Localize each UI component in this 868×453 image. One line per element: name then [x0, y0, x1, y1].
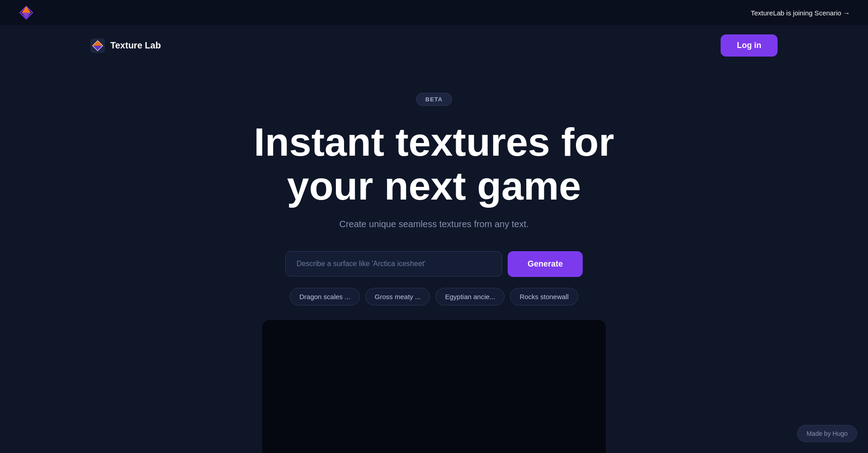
top-bar: TextureLab is joining Scenario →: [0, 0, 868, 25]
chips-container: Dragon scales ... Gross meaty ... Egypti…: [290, 288, 578, 305]
announcement-link[interactable]: TextureLab is joining Scenario →: [751, 9, 850, 17]
chip-rocks-stonewall[interactable]: Rocks stonewall: [510, 288, 578, 305]
top-bar-logo: [18, 5, 34, 21]
nav-brand: Texture Lab: [90, 38, 161, 53]
announcement-text: TextureLab is joining Scenario →: [751, 9, 850, 17]
beta-badge: BETA: [416, 93, 452, 106]
hero-title-line2: your next game: [287, 163, 581, 208]
chip-gross-meaty[interactable]: Gross meaty ...: [365, 288, 430, 305]
chip-egyptian[interactable]: Egyptian ancie...: [435, 288, 505, 305]
logo-icon: [18, 5, 34, 21]
hero-subtitle: Create unique seamless textures from any…: [339, 219, 528, 229]
generate-button[interactable]: Generate: [508, 251, 583, 277]
brand-icon: [90, 38, 105, 53]
chip-dragon-scales[interactable]: Dragon scales ...: [290, 288, 360, 305]
brand-name: Texture Lab: [110, 40, 161, 51]
texture-preview: [262, 320, 606, 453]
texture-input[interactable]: [285, 251, 502, 277]
input-area: Generate: [285, 251, 583, 277]
made-by-badge[interactable]: Made by Hugo: [797, 425, 857, 442]
hero-section: BETA Instant textures for your next game…: [0, 66, 868, 453]
hero-title: Instant textures for your next game: [254, 120, 614, 208]
hero-title-line1: Instant textures for: [254, 119, 614, 164]
navbar: Texture Lab Log in: [0, 25, 868, 66]
login-button[interactable]: Log in: [721, 34, 778, 57]
